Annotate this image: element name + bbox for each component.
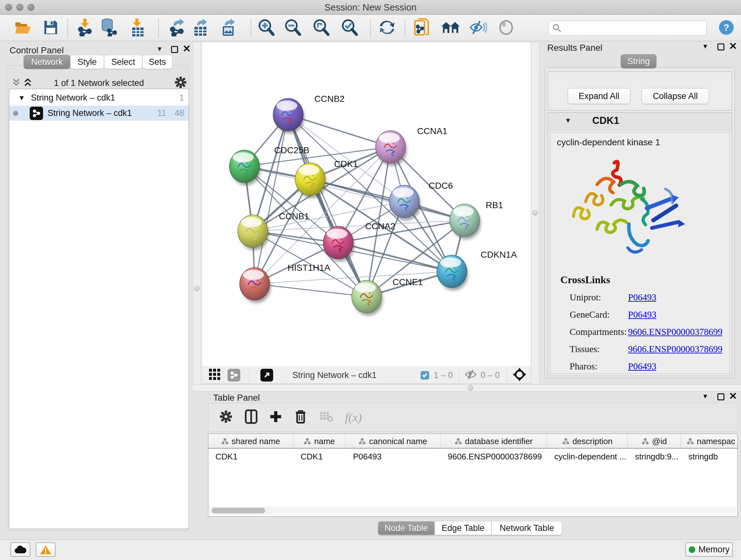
control-panel-menu-icon[interactable]: ▼ — [156, 45, 163, 53]
table-settings-gear-icon[interactable] — [219, 410, 232, 425]
string-network-graph[interactable]: CCNB2CCNA1CDC25BCDK1CDC6RB1CCNB1CCNA2CDK… — [202, 43, 531, 367]
network-node-ccna1[interactable] — [376, 131, 407, 166]
network-node-cdc25b[interactable] — [229, 150, 261, 186]
zoom-fit-icon[interactable] — [313, 18, 330, 38]
tab-network[interactable]: Network — [23, 55, 70, 69]
expand-all-button[interactable]: Expand All — [568, 88, 630, 104]
column-header-shared-name[interactable]: shared name — [208, 434, 293, 449]
network-view-badge-icon[interactable] — [227, 369, 240, 381]
hidden-eye-icon[interactable] — [465, 369, 477, 381]
zoom-selected-icon[interactable] — [341, 18, 358, 38]
network-canvas[interactable]: CCNB2CCNA1CDC25BCDK1CDC6RB1CCNB1CCNA2CDK… — [202, 43, 531, 367]
results-panel-menu-icon[interactable]: ▼ — [702, 43, 709, 50]
table-cell[interactable]: 9606.ENSP00000378699 — [441, 449, 547, 464]
right-splitter-handle[interactable] — [532, 210, 538, 215]
open-session-icon[interactable] — [15, 20, 31, 36]
results-panel-float-icon[interactable] — [718, 44, 724, 51]
export-image-icon[interactable] — [221, 18, 237, 38]
collapse-all-networks-icon[interactable] — [11, 78, 21, 88]
network-node-cdkn1a[interactable] — [437, 255, 468, 291]
table-cell[interactable]: stringdb — [681, 449, 738, 464]
control-panel-close-icon[interactable]: ✕ — [183, 45, 191, 52]
column-header-canonical-name[interactable]: canonical name — [346, 434, 441, 449]
column-header-database-identifier[interactable]: database identifier — [441, 434, 547, 449]
zoom-in-icon[interactable] — [258, 18, 275, 38]
crosslink-value-link[interactable]: P06493 — [628, 361, 657, 372]
table-cell[interactable]: CDK1 — [293, 449, 346, 464]
help-icon[interactable]: ? — [719, 20, 734, 37]
collection-expand-icon[interactable]: ▼ — [18, 94, 25, 102]
table-hscrollbar-thumb[interactable] — [212, 508, 265, 513]
save-session-icon[interactable] — [44, 20, 58, 36]
table-cell[interactable]: stringdb:9... — [628, 449, 681, 464]
export-network-icon[interactable] — [169, 18, 185, 38]
left-splitter[interactable] — [193, 43, 201, 384]
crosslink-value-link[interactable]: P06493 — [628, 309, 657, 320]
search-input[interactable] — [561, 23, 698, 33]
network-node-cdc6[interactable] — [389, 185, 421, 221]
selected-nodes-checkbox-icon[interactable] — [421, 371, 429, 380]
control-panel-float-icon[interactable] — [171, 46, 178, 53]
delete-column-icon[interactable] — [294, 409, 307, 425]
crosslink-value-link[interactable]: P06493 — [628, 292, 657, 303]
network-node-hist1h1a[interactable] — [240, 267, 271, 303]
zoom-out-icon[interactable] — [284, 18, 301, 38]
table-panel-float-icon[interactable] — [718, 393, 724, 400]
export-table-icon[interactable] — [193, 18, 209, 38]
show-columns-icon[interactable] — [245, 409, 258, 425]
grid-view-icon[interactable] — [208, 368, 221, 382]
collapse-all-button[interactable]: Collapse All — [642, 88, 709, 104]
share-session-icon[interactable] — [414, 18, 430, 38]
home-pages-icon[interactable] — [441, 20, 461, 36]
hide-eye-icon[interactable] — [469, 20, 487, 37]
bottom-splitter-handle[interactable] — [468, 385, 473, 390]
network-options-gear-icon[interactable] — [174, 76, 187, 90]
network-node-ccnb2[interactable] — [273, 98, 305, 134]
tab-edge-table[interactable]: Edge Table — [434, 521, 491, 535]
column-header-description[interactable]: description — [547, 434, 628, 449]
show-eye-icon[interactable] — [498, 20, 514, 37]
detach-view-icon[interactable] — [260, 369, 273, 381]
column-header-namespac[interactable]: namespac — [681, 434, 738, 449]
tab-sets[interactable]: Sets — [142, 55, 172, 69]
tab-style[interactable]: Style — [70, 55, 104, 69]
table-cell[interactable]: CDK1 — [208, 449, 293, 464]
import-network-database-icon[interactable] — [99, 18, 117, 38]
delete-table-icon[interactable] — [320, 411, 333, 423]
network-row[interactable]: String Network – cdk1 11 48 — [9, 106, 189, 121]
results-panel-close-icon[interactable]: ✕ — [729, 43, 737, 50]
table-panel-menu-icon[interactable]: ▼ — [702, 393, 709, 400]
column-header-name[interactable]: name — [293, 434, 346, 449]
network-edge[interactable] — [245, 147, 391, 166]
network-collection-row[interactable]: ▼ String Network – cdk1 1 — [9, 90, 189, 105]
network-node-ccne1[interactable] — [352, 280, 383, 316]
crosslink-value-link[interactable]: 9606.ENSP00000378699 — [628, 344, 723, 354]
table-cell[interactable]: P06493 — [346, 449, 441, 464]
table-cell[interactable]: cyclin-dependent ... — [547, 449, 628, 464]
function-builder-icon[interactable]: f(x) — [345, 410, 362, 424]
table-hscrollbar[interactable] — [209, 507, 737, 514]
tab-select[interactable]: Select — [104, 55, 142, 69]
table-panel-close-icon[interactable]: ✕ — [729, 393, 737, 400]
bottom-splitter[interactable] — [193, 384, 741, 391]
gene-section-header[interactable] — [548, 113, 732, 130]
network-edge[interactable] — [255, 115, 288, 284]
gene-collapse-icon[interactable]: ▼ — [565, 117, 571, 124]
tab-node-table[interactable]: Node Table — [378, 521, 434, 535]
network-node-rb1[interactable] — [450, 204, 481, 240]
column-header--id[interactable]: @id — [628, 434, 681, 449]
import-network-file-icon[interactable] — [77, 18, 93, 38]
memory-button[interactable]: Memory — [685, 543, 733, 557]
add-column-icon[interactable] — [269, 410, 282, 425]
tab-string[interactable]: String — [621, 54, 657, 68]
cloud-status-button[interactable] — [10, 543, 30, 557]
left-splitter-handle[interactable] — [194, 286, 199, 291]
network-node-cdk1[interactable] — [295, 163, 327, 198]
refresh-layout-icon[interactable] — [379, 19, 395, 37]
warning-status-button[interactable] — [36, 543, 56, 557]
tab-network-table[interactable]: Network Table — [491, 521, 562, 535]
network-node-ccna2[interactable] — [323, 226, 354, 262]
expand-all-networks-icon[interactable] — [23, 78, 32, 88]
birds-eye-view-icon[interactable] — [513, 368, 526, 382]
crosslink-value-link[interactable]: 9606.ENSP00000378699 — [628, 327, 723, 337]
